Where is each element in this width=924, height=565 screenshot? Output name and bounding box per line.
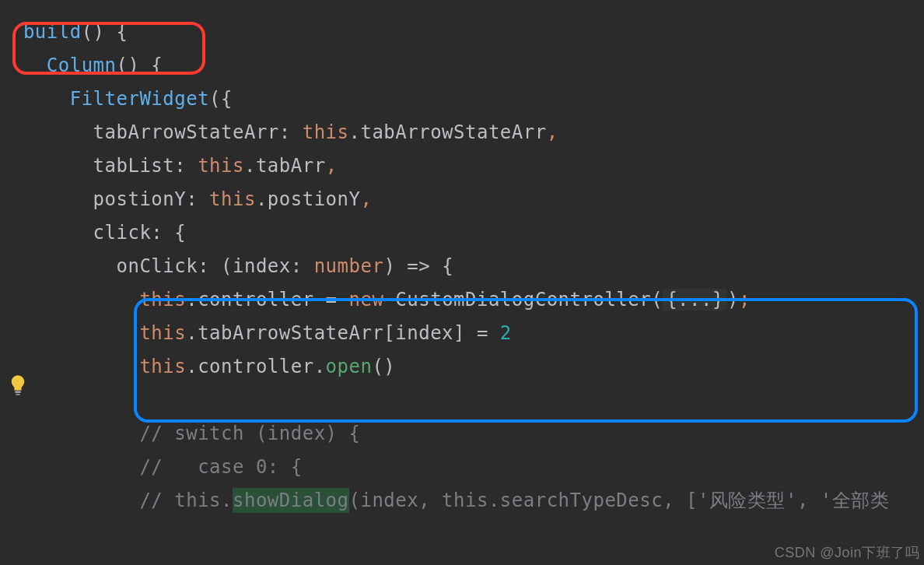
token-property: click	[93, 222, 152, 244]
token-class: CustomDialogController	[395, 289, 651, 311]
token-comment: // switch (index) {	[139, 423, 360, 444]
code-line[interactable]: click: {	[0, 216, 924, 250]
code-line[interactable]: tabArrowStateArr: this.tabArrowStateArr,	[0, 116, 924, 149]
code-line[interactable]: // this.showDialog(index, this.searchTyp…	[0, 484, 924, 518]
lightbulb-icon[interactable]	[9, 374, 26, 397]
code-line[interactable]: onClick: (index: number) => {	[0, 250, 924, 283]
watermark: CSDN @Join下班了吗	[775, 543, 919, 562]
code-line[interactable]: this.tabArrowStateArr[index] = 2	[0, 317, 924, 350]
code-line[interactable]: FilterWidget({	[0, 82, 924, 116]
token-keyword: new	[349, 289, 384, 311]
selection-highlight: showDialog	[233, 488, 349, 513]
token-method: open	[326, 356, 373, 377]
code-area[interactable]: build() { Column() { FilterWidget({ tabA…	[0, 16, 924, 518]
svg-rect-0	[15, 391, 20, 393]
code-line[interactable]: postionY: this.postionY,	[0, 183, 924, 216]
token-type: number	[314, 255, 384, 277]
code-editor[interactable]: build() { Column() { FilterWidget({ tabA…	[0, 0, 924, 565]
token-property: postionY	[93, 188, 187, 210]
token-property: tabArrowStateArr	[93, 121, 279, 143]
token-property: onClick	[117, 255, 198, 277]
token-comment: // case 0: {	[139, 456, 302, 478]
code-line[interactable]: // switch (index) {	[0, 417, 924, 451]
code-line[interactable]: tabList: this.tabArr,	[0, 149, 924, 183]
token-parens: ()	[82, 21, 105, 43]
svg-rect-1	[16, 394, 20, 395]
code-line[interactable]: // case 0: {	[0, 451, 924, 484]
code-line[interactable]: Column() {	[0, 49, 924, 82]
code-line[interactable]	[0, 384, 924, 417]
token-function: Column	[47, 54, 117, 76]
code-line[interactable]: this.controller.open()	[0, 350, 924, 384]
token-this: this	[303, 121, 349, 143]
token-comment: // this.	[139, 490, 233, 511]
code-line[interactable]: this.controller = new CustomDialogContro…	[0, 283, 924, 317]
token-function: build	[23, 21, 82, 43]
code-fold[interactable]: {...}	[663, 289, 727, 311]
token-function: FilterWidget	[70, 88, 209, 110]
token-number: 2	[500, 322, 512, 344]
token-brace: {	[105, 21, 128, 43]
code-line[interactable]: build() {	[0, 16, 924, 49]
token-property: tabList	[93, 155, 175, 177]
